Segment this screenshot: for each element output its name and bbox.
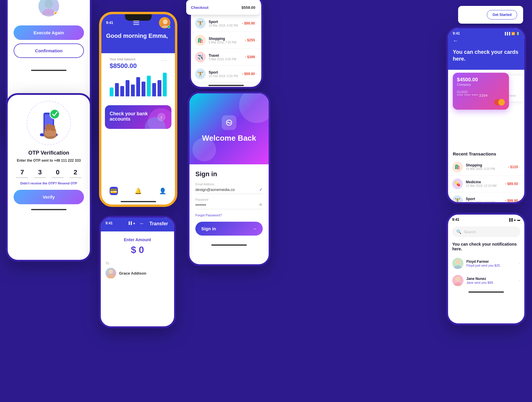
notification-message: Jane sent you $99.: [466, 281, 516, 284]
amount-value[interactable]: $ 0: [106, 244, 169, 255]
notification-avatar: [452, 258, 463, 269]
recipient-avatar: [106, 268, 116, 278]
nav-wallet[interactable]: 💳: [110, 187, 118, 195]
transaction-icon: 🏋️: [195, 18, 206, 29]
execute-again-button[interactable]: Execute Again: [14, 25, 84, 40]
svg-rect-9: [51, 124, 53, 131]
balance-label: Your total balance: [110, 57, 167, 61]
otp-phone-number: +49 111 222 333: [54, 158, 81, 163]
blob-1: [239, 92, 270, 123]
signin-button[interactable]: Sign in →: [195, 222, 263, 236]
transaction-amount: - $99.90: [242, 21, 255, 25]
cards-title: You can check your cards here.: [453, 49, 520, 63]
email-label: Email Address: [195, 183, 263, 186]
back-button[interactable]: ←: [139, 221, 145, 227]
password-input[interactable]: [195, 203, 259, 207]
otp-digit-2[interactable]: 3: [34, 168, 46, 178]
card-1[interactable]: $4500.00 Company 01/2020 **** **** **** …: [453, 73, 509, 110]
transaction-name: Medicine: [466, 180, 505, 184]
home-indicator: [208, 85, 244, 86]
wifi-icon: ▲: [513, 218, 516, 221]
avatar-online-dot: [167, 25, 170, 28]
blob-2: [192, 138, 216, 161]
chart-bar: [147, 76, 151, 96]
chart-bar: [136, 77, 140, 96]
list-item[interactable]: 🏋️ Sport 10 Mar 2019, 6:50 PM - $99.90 ›: [191, 15, 261, 32]
bottom-nav: 💳 🔔 👤: [101, 183, 175, 199]
hamburger-menu[interactable]: [133, 21, 139, 25]
otp-digits: 7 3 0 2: [8, 168, 90, 178]
list-item[interactable]: ✈️ Travel 3 Mar 2019, 5:50 PM - $399 ›: [191, 49, 261, 66]
notification-content: Floyd Farmer Floyd just sent you $20.: [466, 260, 516, 267]
amount-label: Enter Amount: [106, 237, 169, 242]
otp-digit-3[interactable]: 0: [52, 168, 64, 178]
forgot-password-link[interactable]: Forgot Password?: [195, 213, 263, 217]
chart-bar: [126, 80, 129, 96]
phone-cards: 9:41 ▐▐▐ 📶 🔋 ← You can check your cards …: [446, 27, 526, 204]
list-item[interactable]: 🛍️ Shopping 15 Mar 2019, 8:20 PM - $120 …: [448, 159, 524, 176]
balance-amount: $8500.00: [110, 62, 167, 70]
eye-icon[interactable]: 👁: [259, 202, 263, 207]
transaction-info: Sport 10 Mar 2019, 6:50 PM: [466, 197, 505, 204]
otp-title: OTP Verification: [8, 150, 90, 156]
chevron-right-icon: ›: [519, 182, 520, 185]
transaction-amount: - $120: [508, 165, 518, 169]
email-check-icon: ✓: [259, 187, 263, 192]
list-item[interactable]: 🏋️ Sport 10 Feb 2019, 5:20 PM - $99.90 ›: [191, 66, 261, 82]
status-icons: ▐▐▐ 📶 🔋: [504, 32, 520, 35]
get-started-card: Get Started: [458, 6, 523, 24]
chart-bar: [120, 86, 124, 96]
verify-button[interactable]: Verify: [14, 190, 84, 204]
email-input[interactable]: [195, 187, 259, 192]
otp-resend: Didn't receive the OTP? Resend OTP: [8, 181, 90, 185]
transaction-name: Sport: [209, 20, 242, 24]
list-item[interactable]: Floyd Farmer Floyd just sent you $20. ›: [448, 255, 524, 272]
svg-point-20: [107, 275, 114, 278]
list-item[interactable]: 🏋️ Sport 10 Mar 2019, 6:50 PM - $99.90 ›: [448, 192, 524, 204]
transaction-amount: - $99.90: [505, 199, 518, 203]
user-avatar: [38, 0, 59, 17]
phone-otp: OTP Verification Enter the OTP sent to +…: [6, 93, 92, 262]
signin-form: Sign in Email Address ✓ Password 👁 Forgo…: [189, 164, 269, 241]
email-group: Email Address ✓: [195, 183, 263, 194]
list-item[interactable]: Jane Nunez Jane sent you $99. ›: [448, 272, 524, 289]
otp-digit-1[interactable]: 7: [16, 168, 28, 178]
otp-resend-link[interactable]: Resend OTP: [58, 181, 77, 185]
status-icons: ▐▐ ▲: [128, 221, 136, 225]
transaction-date: 13 Mar 2019, 12:10 AM: [466, 184, 505, 187]
svg-point-17: [455, 277, 460, 281]
svg-rect-10: [53, 125, 55, 131]
app-logo: [222, 115, 236, 130]
otp-subtitle-label: Enter the OTP sent to: [17, 158, 53, 163]
recipient-name: Grace Addison: [119, 271, 146, 275]
list-item[interactable]: 🛍️ Shopping 5 Mar 2019, 7:20 PM - $255 ›: [191, 32, 261, 49]
transaction-name: Travel: [209, 54, 245, 58]
signin-btn-label: Sign in: [201, 226, 216, 231]
transaction-date: 3 Mar 2019, 5:50 PM: [209, 58, 245, 61]
list-item[interactable]: 💊 Medicine 13 Mar 2019, 12:10 AM - $89.5…: [448, 176, 524, 192]
search-bar[interactable]: 🔍 Search: [452, 226, 520, 237]
search-placeholder: Search: [464, 230, 476, 234]
transaction-name: Sport: [466, 197, 505, 201]
transaction-info: Medicine 13 Mar 2019, 12:10 AM: [466, 180, 505, 187]
notification-name: Floyd Farmer: [466, 260, 516, 264]
otp-digit-4[interactable]: 2: [69, 168, 81, 178]
svg-point-0: [45, 0, 53, 8]
transaction-icon: ✈️: [195, 52, 206, 62]
recent-transaction-list: 🛍️ Shopping 15 Mar 2019, 8:20 PM - $120 …: [448, 159, 524, 204]
check-accounts-card[interactable]: Check your bank accounts ›: [105, 105, 171, 129]
time-display: 9:41: [106, 21, 113, 25]
transaction-date: 10 Mar 2019, 6:50 PM: [209, 24, 242, 27]
more-options[interactable]: ···: [161, 57, 167, 64]
password-group: Password 👁: [195, 198, 263, 209]
confirmation-button[interactable]: Confirmation: [14, 43, 84, 58]
signin-arrow-icon: →: [252, 226, 257, 231]
home-indicator: [121, 201, 156, 202]
nav-bell[interactable]: 🔔: [134, 187, 142, 195]
nav-profile[interactable]: 👤: [159, 187, 167, 195]
arrow-icon: ›: [157, 113, 166, 121]
back-button[interactable]: ←: [453, 38, 520, 44]
get-started-button[interactable]: Get Started: [487, 10, 517, 20]
home-indicator: [31, 209, 66, 210]
transaction-name: Shopping: [209, 37, 245, 41]
